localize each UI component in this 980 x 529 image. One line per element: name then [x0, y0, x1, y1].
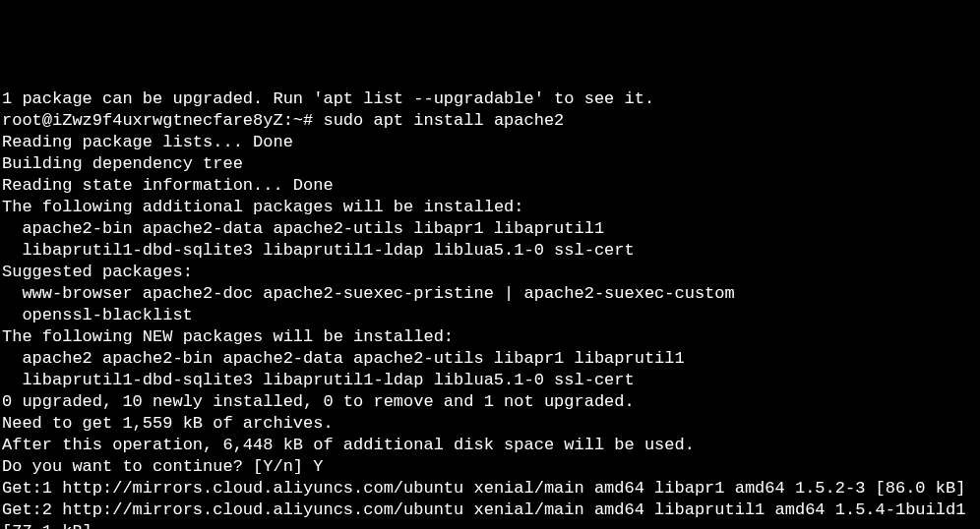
- line-get1: Get:1 http://mirrors.cloud.aliyuncs.com/…: [2, 478, 978, 500]
- line-additional-pkg2: libaprutil1-dbd-sqlite3 libaprutil1-ldap…: [2, 240, 978, 262]
- shell-prompt: root@iZwz9f4uxrwgtnecfare8yZ:~#: [2, 111, 323, 130]
- line-confirm: Do you want to continue? [Y/n] Y: [2, 456, 978, 478]
- line-reading-packages: Reading package lists... Done: [2, 132, 978, 153]
- line-prompt: root@iZwz9f4uxrwgtnecfare8yZ:~# sudo apt…: [2, 110, 978, 132]
- line-upgrade-notice: 1 package can be upgraded. Run 'apt list…: [2, 88, 978, 110]
- line-additional-pkg1: apache2-bin apache2-data apache2-utils l…: [2, 218, 978, 240]
- line-suggested-header: Suggested packages:: [2, 262, 978, 283]
- line-building-tree: Building dependency tree: [2, 153, 978, 175]
- line-new-pkg1: apache2 apache2-bin apache2-data apache2…: [2, 348, 978, 370]
- confirm-prompt: Do you want to continue? [Y/n]: [2, 457, 313, 476]
- line-new-header: The following NEW packages will be insta…: [2, 326, 978, 348]
- line-download-size: Need to get 1,559 kB of archives.: [2, 413, 978, 435]
- confirm-answer: Y: [313, 457, 323, 476]
- shell-command: sudo apt install apache2: [323, 111, 564, 130]
- line-disk-space: After this operation, 6,448 kB of additi…: [2, 435, 978, 456]
- line-new-pkg2: libaprutil1-dbd-sqlite3 libaprutil1-ldap…: [2, 370, 978, 391]
- line-suggested-pkg1: www-browser apache2-doc apache2-suexec-p…: [2, 283, 978, 305]
- line-suggested-pkg2: openssl-blacklist: [2, 305, 978, 326]
- line-additional-header: The following additional packages will b…: [2, 197, 978, 218]
- terminal-output[interactable]: 1 package can be upgraded. Run 'apt list…: [2, 88, 978, 529]
- line-reading-state: Reading state information... Done: [2, 175, 978, 197]
- line-summary: 0 upgraded, 10 newly installed, 0 to rem…: [2, 391, 978, 413]
- line-get2: Get:2 http://mirrors.cloud.aliyuncs.com/…: [2, 500, 978, 529]
